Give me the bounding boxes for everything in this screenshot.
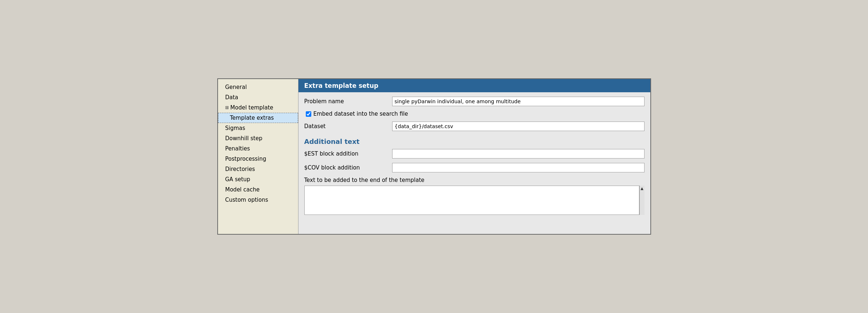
problem-name-label: Problem name <box>304 98 392 105</box>
sidebar-item-downhill-step[interactable]: Downhill step <box>218 133 298 144</box>
application-window: General Data ⊞ Model template Template e… <box>217 78 651 235</box>
sidebar-item-general[interactable]: General <box>218 82 298 92</box>
additional-text-header: Additional text <box>304 135 645 149</box>
dataset-input[interactable] <box>392 122 645 131</box>
section-title: Extra template setup <box>304 82 379 89</box>
cov-block-row: $COV block addition <box>304 163 645 172</box>
form-area: Problem name Embed dataset into the sear… <box>298 92 650 221</box>
scrollbar[interactable]: ▲ <box>639 186 645 215</box>
sidebar-item-model-cache[interactable]: Model cache <box>218 185 298 195</box>
sidebar: General Data ⊞ Model template Template e… <box>218 79 298 234</box>
sidebar-item-template-extras[interactable]: Template extras <box>218 113 298 123</box>
scrollbar-up-arrow[interactable]: ▲ <box>640 186 643 190</box>
cov-block-label: $COV block addition <box>304 164 392 171</box>
embed-dataset-checkbox[interactable] <box>306 111 311 117</box>
textarea-wrapper <box>304 186 639 216</box>
sidebar-item-model-template[interactable]: ⊞ Model template <box>218 103 298 113</box>
embed-dataset-label: Embed dataset into the search file <box>313 111 408 117</box>
main-content: Extra template setup Problem name Embed … <box>298 79 650 234</box>
textarea-area: ▲ <box>304 186 645 216</box>
section-header: Extra template setup <box>298 79 650 92</box>
sidebar-item-model-template-label: Model template <box>230 104 274 111</box>
sidebar-item-data[interactable]: Data <box>218 92 298 103</box>
sidebar-item-template-extras-label: Template extras <box>230 115 274 121</box>
sidebar-item-penalties[interactable]: Penalties <box>218 144 298 154</box>
sidebar-item-directories[interactable]: Directories <box>218 164 298 174</box>
cov-block-input[interactable] <box>392 163 645 172</box>
est-block-label: $EST block addition <box>304 150 392 157</box>
sidebar-item-sigmas[interactable]: Sigmas <box>218 123 298 133</box>
sidebar-item-custom-options[interactable]: Custom options <box>218 195 298 205</box>
sidebar-item-postprocessing[interactable]: Postprocessing <box>218 154 298 164</box>
embed-dataset-row: Embed dataset into the search file <box>304 111 645 117</box>
end-template-textarea[interactable] <box>304 186 639 215</box>
end-template-label: Text to be added to the end of the templ… <box>304 177 645 183</box>
sidebar-item-ga-setup[interactable]: GA setup <box>218 174 298 185</box>
est-block-input[interactable] <box>392 149 645 159</box>
est-block-row: $EST block addition <box>304 149 645 159</box>
expand-icon: ⊞ <box>225 105 229 110</box>
dataset-row: Dataset <box>304 122 645 131</box>
problem-name-row: Problem name <box>304 97 645 106</box>
problem-name-input[interactable] <box>392 97 645 106</box>
dataset-label: Dataset <box>304 123 392 130</box>
